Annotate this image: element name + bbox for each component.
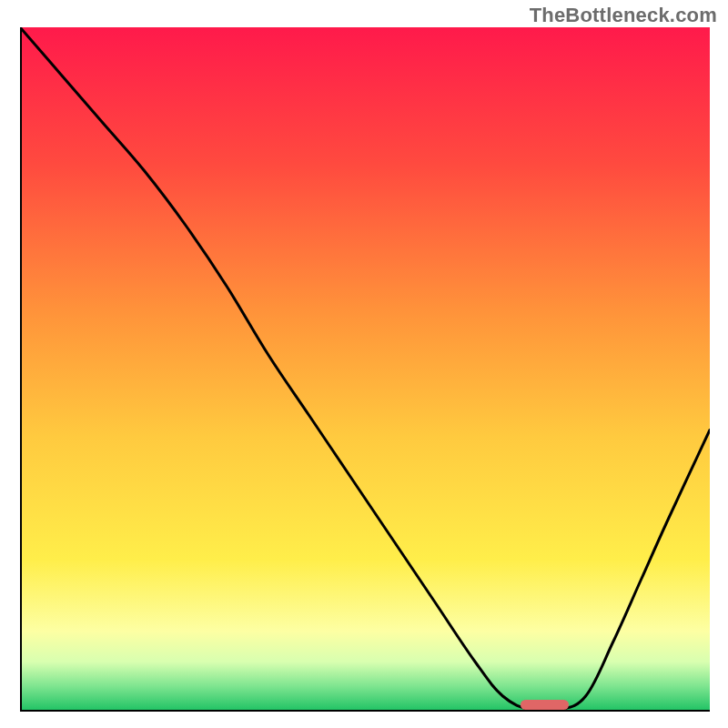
chart-stage: TheBottleneck.com [0,0,728,728]
background-gradient [20,27,710,710]
plot-area [20,27,710,710]
y-axis [20,27,22,712]
watermark-text: TheBottleneck.com [530,4,717,27]
x-axis [20,710,710,712]
svg-rect-0 [20,27,710,710]
optimal-range-marker [521,700,569,710]
